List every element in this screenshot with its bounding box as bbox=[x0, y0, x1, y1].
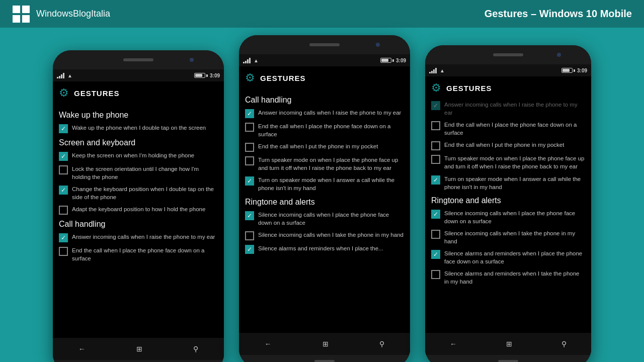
app-header-right: ⚙ GESTURES bbox=[425, 76, 591, 98]
search-button[interactable]: ⚲ bbox=[193, 345, 198, 353]
phone-nav-center: ← ⊞ ⚲ bbox=[239, 333, 410, 355]
screen-right: ⚙ GESTURES Answer incoming calls when I … bbox=[425, 76, 591, 355]
checkbox[interactable] bbox=[59, 165, 68, 174]
home-button[interactable]: ⊞ bbox=[136, 345, 142, 353]
list-item: Silence incoming calls when I take the p… bbox=[431, 229, 585, 245]
list-item: Adapt the keyboard position to how I hol… bbox=[59, 205, 218, 215]
setting-label: Keep the screen on when I'm holding the … bbox=[72, 151, 194, 159]
checkbox[interactable] bbox=[245, 231, 254, 240]
list-item: Silence incoming calls when I place the … bbox=[245, 211, 404, 227]
checkbox[interactable] bbox=[431, 270, 440, 279]
wifi-icon: ▲ bbox=[67, 73, 72, 78]
list-item: End the call when I place the phone face… bbox=[431, 121, 585, 137]
status-time-left: 3:09 bbox=[210, 73, 220, 78]
phone-top-center bbox=[239, 35, 410, 54]
section-call-center: Call handling bbox=[245, 96, 404, 105]
windows-logo-icon bbox=[12, 5, 30, 23]
list-item: Silence alarms and reminders when I take… bbox=[431, 269, 585, 286]
status-right-center: 3:09 bbox=[380, 58, 406, 63]
checkbox[interactable] bbox=[245, 176, 254, 186]
checkbox[interactable] bbox=[59, 124, 68, 133]
checkbox[interactable] bbox=[431, 101, 440, 110]
setting-label: Turn speaker mode on when I place the ph… bbox=[258, 156, 404, 172]
setting-label: Silence incoming calls when I take the p… bbox=[444, 229, 585, 245]
back-button[interactable]: ← bbox=[78, 345, 86, 353]
back-button-center[interactable]: ← bbox=[265, 340, 272, 348]
checkbox[interactable] bbox=[245, 143, 254, 152]
svg-rect-1 bbox=[22, 6, 30, 13]
app-title-left: GESTURES bbox=[74, 89, 120, 98]
brand-name: WindowsBlogItalia bbox=[36, 9, 110, 19]
content-center: Call handling Answer incoming calls when… bbox=[239, 87, 410, 333]
setting-label: Turn speaker mode on when I place the ph… bbox=[444, 154, 585, 170]
setting-label: Answer incoming calls when I raise the p… bbox=[444, 101, 585, 117]
setting-label: Answer incoming calls when I raise the p… bbox=[72, 233, 215, 241]
phone-nav-right: ← ⊞ ⚲ bbox=[425, 333, 591, 355]
setting-label: Silence alarms and reminders when I plac… bbox=[258, 244, 383, 252]
wifi-icon-center: ▲ bbox=[254, 58, 259, 63]
status-right-right: 3:09 bbox=[561, 68, 587, 73]
list-item: End the call when I place the phone face… bbox=[59, 246, 218, 262]
checkbox[interactable] bbox=[59, 233, 68, 242]
content-left: Wake up the phone Wake up the phone when… bbox=[53, 103, 224, 338]
checkbox[interactable] bbox=[431, 210, 440, 219]
checkbox[interactable] bbox=[431, 175, 440, 185]
status-right: 3:09 bbox=[194, 73, 220, 78]
status-left-center: ▲ bbox=[243, 57, 259, 63]
list-item: Lock the screen orientation until I chan… bbox=[59, 165, 218, 181]
checkbox[interactable] bbox=[59, 186, 68, 195]
checkbox[interactable] bbox=[59, 206, 68, 215]
status-bar-left: ▲ 3:09 bbox=[53, 69, 224, 81]
search-button-center[interactable]: ⚲ bbox=[379, 340, 384, 348]
phone-right: ▲ 3:09 ⚙ GESTURES Answer incoming calls … bbox=[425, 45, 591, 362]
list-item: Keep the screen on when I'm holding the … bbox=[59, 151, 218, 161]
checkbox[interactable] bbox=[245, 156, 254, 165]
checkbox[interactable] bbox=[431, 155, 440, 164]
list-item: Change the keyboard position when I doub… bbox=[59, 185, 218, 201]
checkbox[interactable] bbox=[431, 250, 440, 259]
content-right: Answer incoming calls when I raise the p… bbox=[425, 98, 591, 333]
status-bar-center: ▲ 3:09 bbox=[239, 54, 410, 66]
phones-container: ▲ 3:09 ⚙ GESTURES Wake up the phone Wake… bbox=[0, 30, 644, 362]
setting-label: Silence alarms and reminders when I plac… bbox=[444, 249, 585, 265]
back-button-right[interactable]: ← bbox=[450, 340, 457, 348]
phone-top-left bbox=[53, 50, 224, 69]
phone-bottom-right bbox=[425, 355, 591, 362]
phone-center: ▲ 3:09 ⚙ GESTURES Call handling Answer i… bbox=[239, 35, 410, 362]
checkbox[interactable] bbox=[59, 247, 68, 256]
checkbox[interactable] bbox=[245, 211, 254, 220]
app-header-center: ⚙ GESTURES bbox=[239, 66, 410, 87]
checkbox[interactable] bbox=[431, 141, 440, 150]
search-button-right[interactable]: ⚲ bbox=[561, 340, 567, 348]
list-item: Silence alarms and reminders when I plac… bbox=[431, 249, 585, 265]
setting-label: Silence alarms and reminders when I take… bbox=[444, 269, 585, 286]
list-item: Wake up the phone when I double tap on t… bbox=[59, 124, 218, 133]
setting-label: Turn on speaker mode when I answer a cal… bbox=[258, 176, 404, 192]
checkbox[interactable] bbox=[245, 245, 254, 254]
checkbox[interactable] bbox=[245, 123, 254, 132]
screen-left: ⚙ GESTURES Wake up the phone Wake up the… bbox=[53, 81, 224, 360]
checkbox[interactable] bbox=[245, 109, 254, 118]
app-header-left: ⚙ GESTURES bbox=[53, 81, 224, 103]
list-item: Answer incoming calls when I raise the p… bbox=[431, 101, 585, 117]
setting-label: End the call when I place the phone face… bbox=[72, 246, 218, 262]
setting-label: End the call when I put the phone in my … bbox=[258, 142, 378, 150]
signal-icon bbox=[57, 72, 64, 78]
setting-label: Adapt the keyboard position to how I hol… bbox=[72, 205, 205, 213]
home-button-center[interactable]: ⊞ bbox=[323, 340, 329, 348]
phone-bottom-left bbox=[53, 360, 224, 362]
home-button-right[interactable]: ⊞ bbox=[506, 340, 512, 348]
gear-icon-left: ⚙ bbox=[59, 86, 69, 100]
list-item: Silence incoming calls when I place the … bbox=[431, 209, 585, 225]
setting-label: Silence incoming calls when I place the … bbox=[258, 211, 404, 227]
setting-label: Turn on speaker mode when I answer a cal… bbox=[444, 175, 585, 191]
checkbox[interactable] bbox=[431, 230, 440, 239]
checkbox[interactable] bbox=[59, 152, 68, 161]
checkbox[interactable] bbox=[431, 121, 440, 130]
battery-icon bbox=[194, 73, 208, 78]
setting-label: Answer incoming calls when I raise the p… bbox=[258, 109, 401, 117]
section-ringtone-center: Ringtone and alerts bbox=[245, 198, 404, 207]
status-bar-right: ▲ 3:09 bbox=[425, 64, 591, 76]
setting-label: End the call when I place the phone face… bbox=[258, 122, 404, 138]
camera-center bbox=[376, 43, 380, 47]
